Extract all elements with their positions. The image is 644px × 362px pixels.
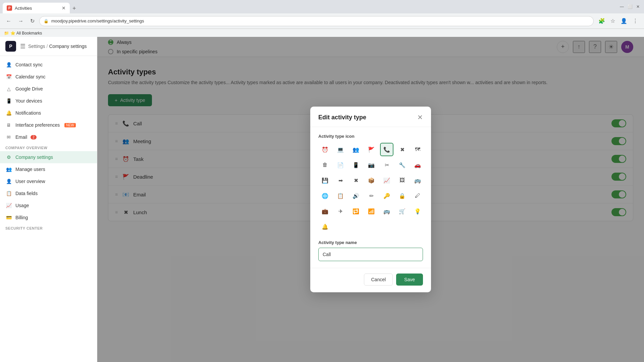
icon-cell-car[interactable]: 🚗 <box>411 158 424 172</box>
icon-cell-globe[interactable]: 🌐 <box>318 189 332 202</box>
menu-button[interactable]: ⋮ <box>631 16 640 26</box>
edit-activity-type-modal: Edit activity type ✕ Activity type icon … <box>310 107 431 292</box>
sidebar-item-notifications[interactable]: 🔔 Notifications <box>0 107 97 119</box>
modal-body: Activity type icon ⏰ 💻 👥 🚩 📞 ✖ 🗺 🗑 📄 <box>310 127 431 268</box>
icon-cell-map[interactable]: 🗺 <box>411 143 424 156</box>
sidebar-item-manage-users[interactable]: 👥 Manage users <box>0 163 97 175</box>
sidebar-item-label: Google Drive <box>15 86 43 92</box>
google-drive-icon: △ <box>5 86 12 92</box>
icon-cell-box[interactable]: 📦 <box>365 174 378 187</box>
sidebar-item-user-overview[interactable]: 👤 User overview <box>0 175 97 187</box>
icon-section-label: Activity type icon <box>318 134 423 139</box>
sidebar-item-email[interactable]: ✉ Email 2 <box>0 131 97 143</box>
sidebar-nav: 👤 Contact sync 📅 Calendar sync △ Google … <box>0 56 97 234</box>
breadcrumb-root: Settings <box>28 44 45 49</box>
icon-cell-bulb[interactable]: 💡 <box>411 204 424 218</box>
window-minimize-button[interactable]: — <box>619 3 625 10</box>
icon-cell-pen[interactable]: 🖊 <box>411 189 424 202</box>
sidebar-item-billing[interactable]: 💳 Billing <box>0 212 97 224</box>
sidebar-toggle-button[interactable]: ☰ <box>20 43 25 50</box>
icon-cell-clock[interactable]: ⏰ <box>318 143 332 156</box>
tab-close-button[interactable]: ✕ <box>62 5 66 11</box>
window-maximize-button[interactable]: ⬜ <box>627 3 633 10</box>
icon-cell-people[interactable]: 👥 <box>349 143 363 156</box>
icon-cell-wifi[interactable]: 📶 <box>365 204 378 218</box>
sidebar-item-data-fields[interactable]: 📋 Data fields <box>0 187 97 199</box>
forward-button[interactable]: → <box>16 16 25 26</box>
icon-cell-cross[interactable]: ✖ <box>349 174 363 187</box>
sidebar-item-company-settings[interactable]: ⚙ Company settings <box>0 151 97 163</box>
icon-cell-phone[interactable]: 📞 <box>380 143 393 156</box>
data-fields-icon: 📋 <box>5 191 12 196</box>
icon-cell-clipboard[interactable]: 📋 <box>334 189 347 202</box>
icon-cell-pencil[interactable]: ✏ <box>365 189 378 202</box>
icon-cell-lock[interactable]: 🔒 <box>395 189 409 202</box>
sidebar-item-label: Notifications <box>15 110 41 116</box>
icon-cell-sound[interactable]: 🔊 <box>349 189 363 202</box>
lock-icon: 🔒 <box>44 19 49 23</box>
interface-icon: 🖥 <box>5 122 12 128</box>
modal-overlay[interactable]: Edit activity type ✕ Activity type icon … <box>97 37 644 362</box>
icon-cell-doc[interactable]: 📄 <box>334 158 347 172</box>
address-bar[interactable]: 🔒 moodjoy.pipedrive.com/settings/activit… <box>39 16 594 26</box>
pipedrive-logo: P <box>5 41 16 52</box>
browser-tab[interactable]: P Activities ✕ <box>3 3 70 13</box>
sidebar-item-interface-prefs[interactable]: 🖥 Interface preferences NEW <box>0 119 97 131</box>
save-button[interactable]: Save <box>396 274 423 286</box>
icon-cell-plane[interactable]: ✈ <box>334 204 347 218</box>
bookmarks-bar-item[interactable]: 📁 ⭐ All Bookmarks <box>4 31 42 36</box>
email-badge: 2 <box>31 135 37 139</box>
icon-cell-bus[interactable]: 🚌 <box>411 174 424 187</box>
usage-icon: 📈 <box>5 203 12 208</box>
new-tab-button[interactable]: + <box>70 4 79 13</box>
bookmark-button[interactable]: ☆ <box>608 16 617 26</box>
sidebar-item-label: Manage users <box>15 167 45 172</box>
activity-name-input[interactable] <box>318 248 423 261</box>
sidebar-item-calendar-sync[interactable]: 📅 Calendar sync <box>0 71 97 83</box>
modal-footer: Cancel Save <box>310 268 431 292</box>
sidebar-item-google-drive[interactable]: △ Google Drive <box>0 83 97 95</box>
sidebar-item-label: Interface preferences <box>15 122 60 128</box>
cancel-button[interactable]: Cancel <box>364 274 393 286</box>
sidebar-header: P ☰ Settings / Company settings <box>0 37 97 56</box>
manage-users-icon: 👥 <box>5 167 12 172</box>
icon-cell-cart[interactable]: 🛒 <box>395 204 409 218</box>
window-close-button[interactable]: ✕ <box>635 3 641 10</box>
icon-cell-image[interactable]: 🖼 <box>395 174 409 187</box>
icon-cell-trash[interactable]: 🗑 <box>318 158 332 172</box>
url-text: moodjoy.pipedrive.com/settings/activity_… <box>51 18 144 23</box>
icon-cell-wrench[interactable]: 🔧 <box>395 158 409 172</box>
icon-cell-arrow[interactable]: ➡ <box>334 174 347 187</box>
security-section-label: SECURITY CENTER <box>0 224 97 232</box>
new-badge: NEW <box>64 123 75 127</box>
sidebar-item-label: Company settings <box>15 155 53 160</box>
sidebar-item-label: Calendar sync <box>15 74 46 79</box>
sidebar-item-your-devices[interactable]: 📱 Your devices <box>0 95 97 107</box>
icon-cell-save[interactable]: 💾 <box>318 174 332 187</box>
icon-cell-bell[interactable]: 🔔 <box>318 220 332 233</box>
icon-cell-camera[interactable]: 📷 <box>365 158 378 172</box>
breadcrumb-current: Company settings <box>49 44 87 49</box>
icon-cell-bus2[interactable]: 🚌 <box>380 204 393 218</box>
icon-cell-flag[interactable]: 🚩 <box>365 143 378 156</box>
icon-cell-laptop[interactable]: 💻 <box>334 143 347 156</box>
company-settings-icon: ⚙ <box>5 155 12 160</box>
icon-cell-scissors[interactable]: ✂ <box>380 158 393 172</box>
sidebar-item-usage[interactable]: 📈 Usage <box>0 199 97 212</box>
extensions-button[interactable]: 🧩 <box>596 16 607 26</box>
sidebar-item-label: Email <box>15 134 27 140</box>
icon-cell-key[interactable]: 🔑 <box>380 189 393 202</box>
sidebar-item-label: Contact sync <box>15 62 43 67</box>
bookmarks-icon: 📁 <box>4 31 9 36</box>
icon-cell-chart[interactable]: 📈 <box>380 174 393 187</box>
icon-cell-repeat[interactable]: 🔁 <box>349 204 363 218</box>
sidebar-item-contact-sync[interactable]: 👤 Contact sync <box>0 59 97 71</box>
icon-cell-briefcase[interactable]: 💼 <box>318 204 332 218</box>
profile-button[interactable]: 👤 <box>619 16 629 26</box>
modal-close-button[interactable]: ✕ <box>417 113 423 121</box>
back-button[interactable]: ← <box>4 16 13 26</box>
reload-button[interactable]: ↻ <box>28 16 37 26</box>
icon-cell-mobile[interactable]: 📱 <box>349 158 363 172</box>
icon-cell-scissors-x[interactable]: ✖ <box>395 143 409 156</box>
modal-header: Edit activity type ✕ <box>310 107 431 127</box>
